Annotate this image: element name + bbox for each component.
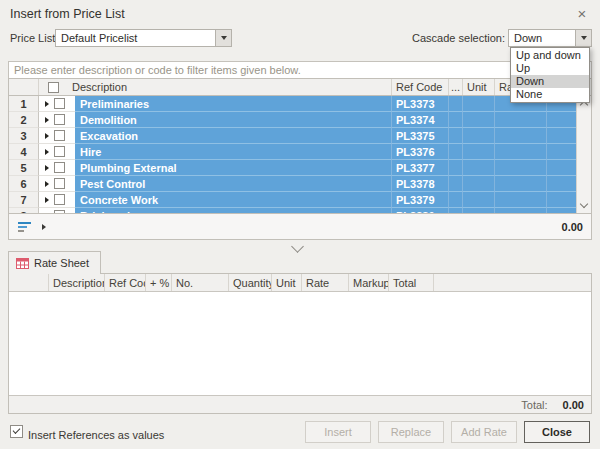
insert-references-checkbox[interactable] bbox=[10, 425, 23, 438]
price-grid-footer: 0.00 bbox=[9, 213, 591, 239]
table-row[interactable]: 1 Preliminaries PL3373 bbox=[9, 96, 576, 112]
row-tree-cell bbox=[39, 128, 75, 144]
row-description-text: Pest Control bbox=[75, 176, 391, 192]
row-number: 5 bbox=[9, 160, 39, 176]
dots-column-header[interactable]: ... bbox=[448, 79, 462, 95]
row-checkbox[interactable] bbox=[54, 114, 65, 125]
rate-sheet-header: DescriptionRef Code+ %No.QuantityUnitRat… bbox=[9, 274, 591, 292]
table-row[interactable]: 3 Excavation PL3375 bbox=[9, 128, 576, 144]
expand-row-icon[interactable] bbox=[45, 101, 49, 107]
description-column-header[interactable]: Description bbox=[39, 79, 391, 95]
cascade-option-up-and-down[interactable]: Up and down bbox=[511, 49, 589, 62]
rate-sheet-column-description[interactable]: Description bbox=[49, 274, 105, 291]
rate-sheet-footer: Total: 0.00 bbox=[9, 395, 591, 413]
price-list-dropdown-button[interactable] bbox=[215, 30, 231, 46]
row-unit-cell bbox=[462, 192, 494, 208]
price-grid-total: 0.00 bbox=[562, 221, 583, 233]
cascade-option-up[interactable]: Up bbox=[511, 62, 589, 75]
row-extra-cell bbox=[546, 144, 576, 160]
row-ref-code: PL3373 bbox=[391, 96, 448, 112]
cascade-dropdown-button[interactable] bbox=[575, 30, 591, 46]
rate-sheet-total-label: Total: bbox=[521, 399, 547, 411]
row-unit-cell bbox=[462, 96, 494, 112]
expand-row-icon[interactable] bbox=[45, 165, 49, 171]
row-ref-code: PL3378 bbox=[391, 176, 448, 192]
chevron-down-icon bbox=[581, 36, 587, 40]
cascade-selection-label: Cascade selection: bbox=[408, 29, 505, 47]
expand-row-icon[interactable] bbox=[45, 149, 49, 155]
price-grid-rows: 1 Preliminaries PL3373 2 Demolition PL33… bbox=[9, 96, 576, 213]
add-rate-button[interactable]: Add Rate bbox=[451, 421, 517, 443]
rate-sheet-column-no-[interactable]: No. bbox=[172, 274, 229, 291]
row-dots-cell bbox=[448, 176, 462, 192]
table-row[interactable]: 6 Pest Control PL3378 bbox=[9, 176, 576, 192]
tab-rate-sheet[interactable]: Rate Sheet bbox=[8, 251, 101, 274]
rate-sheet-column-filler bbox=[434, 274, 591, 291]
price-grid-header: Description Ref Code ... Unit Rate bbox=[9, 79, 591, 96]
rate-sheet-column--[interactable]: + % bbox=[146, 274, 172, 291]
row-rate-cell bbox=[494, 128, 546, 144]
table-row[interactable]: 5 Plumbing External PL3377 bbox=[9, 160, 576, 176]
row-description-text: Plumbing External bbox=[75, 160, 391, 176]
rate-sheet-column-quantity[interactable]: Quantity bbox=[229, 274, 272, 291]
table-row[interactable]: 4 Hire PL3376 bbox=[9, 144, 576, 160]
row-checkbox[interactable] bbox=[54, 178, 65, 189]
checkmark-icon bbox=[13, 426, 21, 434]
row-tree-cell bbox=[39, 112, 75, 128]
rate-sheet-column-total[interactable]: Total bbox=[389, 274, 434, 291]
replace-button[interactable]: Replace bbox=[378, 421, 444, 443]
rate-sheet-column-markup[interactable]: Markup bbox=[349, 274, 389, 291]
row-dots-cell bbox=[448, 112, 462, 128]
scroll-down-icon[interactable] bbox=[580, 200, 588, 208]
row-dots-cell bbox=[448, 192, 462, 208]
cascade-selection-value: Down bbox=[509, 30, 575, 46]
row-ref-code: PL3375 bbox=[391, 128, 448, 144]
row-description-text: Excavation bbox=[75, 128, 391, 144]
row-dots-cell bbox=[448, 128, 462, 144]
dialog-title: Insert from Price List bbox=[10, 7, 125, 21]
vertical-scrollbar[interactable] bbox=[576, 96, 591, 213]
rate-sheet-column-ref-code[interactable]: Ref Code bbox=[105, 274, 146, 291]
description-column-label: Description bbox=[72, 81, 127, 93]
close-icon[interactable]: × bbox=[571, 4, 593, 24]
unit-column-header[interactable]: Unit bbox=[462, 79, 494, 95]
cascade-option-none[interactable]: None bbox=[511, 88, 589, 101]
close-button[interactable]: Close bbox=[524, 421, 590, 443]
splitter-collapse-icon[interactable] bbox=[291, 240, 304, 253]
expand-row-icon[interactable] bbox=[45, 117, 49, 123]
cascade-option-down[interactable]: Down bbox=[511, 75, 589, 88]
cascade-selection-combo[interactable]: Down bbox=[508, 29, 592, 47]
rate-sheet-total-value: 0.00 bbox=[563, 399, 584, 411]
row-ref-code: PL3374 bbox=[391, 112, 448, 128]
row-tree-cell bbox=[39, 176, 75, 192]
expand-row-icon[interactable] bbox=[45, 133, 49, 139]
ref-code-column-header[interactable]: Ref Code bbox=[391, 79, 448, 95]
price-list-combo[interactable]: Default Pricelist bbox=[55, 29, 232, 47]
row-checkbox[interactable] bbox=[54, 194, 65, 205]
table-row[interactable]: 2 Demolition PL3374 bbox=[9, 112, 576, 128]
row-number: 6 bbox=[9, 176, 39, 192]
expand-row-icon[interactable] bbox=[45, 181, 49, 187]
expand-right-icon[interactable] bbox=[42, 224, 46, 230]
row-tree-cell bbox=[39, 96, 75, 112]
price-list-label: Price List: bbox=[10, 29, 58, 47]
row-extra-cell bbox=[546, 112, 576, 128]
rate-sheet-body[interactable] bbox=[9, 292, 591, 395]
summary-lines-icon[interactable] bbox=[18, 222, 31, 232]
insert-button[interactable]: Insert bbox=[305, 421, 371, 443]
row-checkbox[interactable] bbox=[54, 98, 65, 109]
row-extra-cell bbox=[546, 160, 576, 176]
row-checkbox[interactable] bbox=[54, 130, 65, 141]
row-tree-cell bbox=[39, 160, 75, 176]
row-checkbox[interactable] bbox=[54, 146, 65, 157]
select-all-checkbox[interactable] bbox=[48, 82, 59, 93]
row-dots-cell bbox=[448, 160, 462, 176]
row-ref-code: PL3377 bbox=[391, 160, 448, 176]
row-checkbox[interactable] bbox=[54, 162, 65, 173]
table-row[interactable]: 7 Concrete Work PL3379 bbox=[9, 192, 576, 208]
rate-sheet-column-unit[interactable]: Unit bbox=[272, 274, 302, 291]
row-ref-code: PL3376 bbox=[391, 144, 448, 160]
expand-row-icon[interactable] bbox=[45, 197, 49, 203]
rate-sheet-column-rate[interactable]: Rate bbox=[302, 274, 349, 291]
filter-input[interactable] bbox=[8, 61, 592, 79]
